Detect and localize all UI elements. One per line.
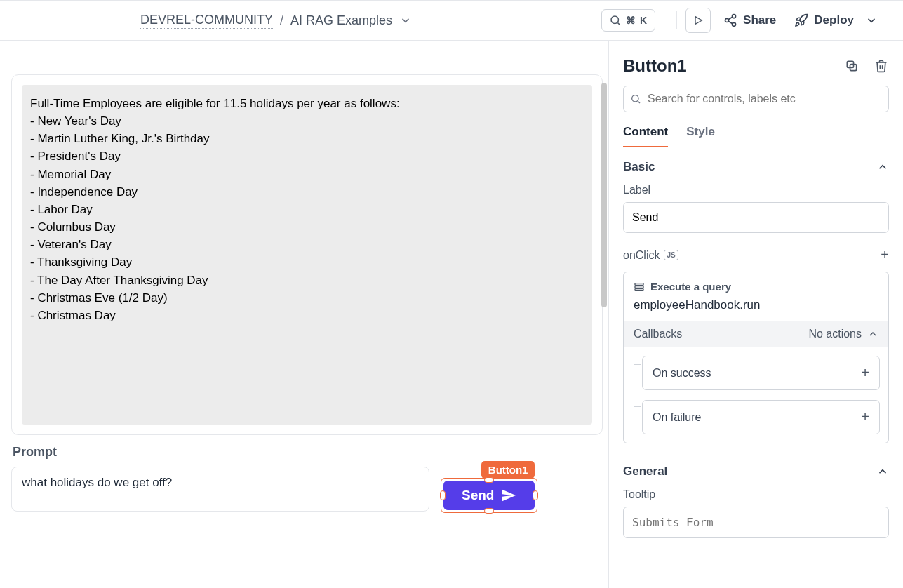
divider [676, 11, 677, 29]
onclick-label: onClick [623, 249, 660, 262]
command-shortcut: ⌘ K [626, 15, 648, 26]
svg-rect-14 [635, 288, 643, 290]
svg-line-1 [617, 22, 620, 25]
rocket-icon [794, 13, 808, 27]
output-text: Full-Time Employees are eligible for 11.… [22, 85, 592, 425]
breadcrumb-separator: / [280, 13, 283, 28]
prompt-input[interactable]: what holidays do we get off? [11, 467, 429, 512]
share-icon [723, 13, 737, 27]
chevron-up-icon [876, 161, 889, 173]
svg-line-11 [638, 101, 640, 103]
add-success-action[interactable]: + [861, 365, 869, 381]
callbacks-label: Callbacks [634, 328, 682, 340]
add-action-button[interactable]: + [881, 247, 889, 263]
deploy-button[interactable]: Deploy [794, 13, 878, 27]
query-icon [634, 281, 645, 293]
share-label: Share [743, 13, 776, 27]
action-query-name: employeeHandbook.run [634, 298, 878, 312]
on-success-label: On success [653, 367, 711, 380]
trash-icon[interactable] [874, 58, 889, 74]
chevron-down-icon[interactable] [399, 14, 412, 27]
action-title: Execute a query [650, 281, 731, 293]
svg-rect-13 [635, 286, 643, 288]
breadcrumb: DEVREL-COMMUNITY / AI RAG Examples [140, 13, 601, 29]
section-basic-title: Basic [623, 160, 655, 174]
search-icon [630, 93, 641, 105]
deploy-label: Deploy [814, 13, 854, 27]
action-card[interactable]: Execute a query employeeHandbook.run [624, 272, 888, 321]
callbacks-status: No actions [808, 328, 862, 340]
svg-point-3 [733, 15, 736, 18]
chevron-up-icon [876, 465, 889, 478]
callback-on-success[interactable]: On success + [642, 356, 880, 390]
preview-button[interactable] [685, 8, 711, 33]
breadcrumb-project[interactable]: DEVREL-COMMUNITY [140, 13, 273, 29]
onclick-action-box: Execute a query employeeHandbook.run Cal… [623, 272, 889, 443]
js-badge: JS [664, 250, 678, 260]
panel-tabs: Content Style [623, 125, 889, 147]
panel-title: Button1 [623, 56, 837, 76]
panel-search-input[interactable] [623, 86, 889, 112]
breadcrumb-page[interactable]: AI RAG Examples [290, 13, 392, 28]
scrollbar-thumb[interactable] [601, 83, 607, 307]
tree-branch [634, 364, 641, 365]
prompt-label: Prompt [13, 445, 603, 460]
command-search-button[interactable]: ⌘ K [601, 9, 655, 32]
resize-handle-left[interactable] [440, 490, 446, 500]
tab-style[interactable]: Style [686, 125, 715, 147]
canvas-area[interactable]: Full-Time Employees are eligible for 11.… [0, 41, 608, 588]
output-widget[interactable]: Full-Time Employees are eligible for 11.… [11, 74, 603, 435]
tree-line [634, 347, 634, 419]
callback-on-failure[interactable]: On failure + [642, 400, 880, 434]
add-failure-action[interactable]: + [861, 409, 869, 425]
tree-branch [634, 406, 641, 407]
section-general-title: General [623, 465, 667, 479]
svg-point-4 [725, 19, 729, 22]
chevron-up-icon [867, 328, 878, 340]
copy-icon[interactable] [844, 58, 859, 74]
play-icon [693, 15, 704, 26]
resize-handle-bottom[interactable] [484, 508, 494, 514]
section-general-header[interactable]: General [623, 465, 889, 479]
svg-point-0 [611, 16, 619, 24]
paper-plane-icon [501, 488, 516, 503]
search-icon [609, 14, 622, 27]
resize-handle-top[interactable] [484, 477, 494, 483]
selection-tag[interactable]: Button1 [481, 461, 535, 479]
on-failure-label: On failure [653, 411, 701, 424]
callbacks-header[interactable]: Callbacks No actions [624, 321, 888, 347]
svg-line-6 [728, 17, 733, 20]
send-button-label: Send [462, 488, 494, 503]
svg-line-7 [728, 21, 733, 24]
resize-handle-right[interactable] [533, 490, 538, 500]
chevron-down-icon[interactable] [865, 14, 878, 27]
svg-rect-12 [635, 283, 643, 285]
label-input[interactable] [623, 202, 889, 233]
tooltip-field-label: Tooltip [623, 488, 889, 501]
tooltip-input[interactable] [623, 507, 889, 538]
share-button[interactable]: Share [723, 13, 776, 27]
properties-panel: Button1 Content Style Basic [608, 41, 903, 588]
section-basic-header[interactable]: Basic [623, 160, 889, 174]
svg-point-5 [733, 22, 736, 26]
send-button[interactable]: Send [443, 481, 535, 510]
svg-marker-2 [695, 17, 702, 25]
tab-content[interactable]: Content [623, 125, 668, 147]
label-field-label: Label [623, 184, 889, 196]
top-bar: DEVREL-COMMUNITY / AI RAG Examples ⌘ K S… [0, 0, 903, 41]
svg-point-10 [632, 95, 638, 102]
